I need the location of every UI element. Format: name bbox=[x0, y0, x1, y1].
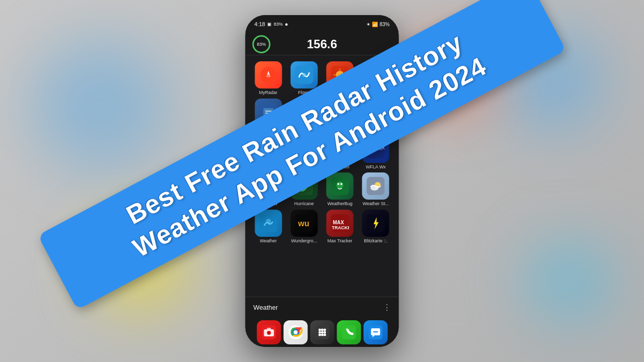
status-bar: 4:18 ▣ 83% ● ✶ 📶 83% bbox=[246, 15, 399, 33]
svg-point-50 bbox=[293, 330, 297, 334]
svg-rect-47 bbox=[267, 328, 271, 330]
app-item-blitzkarte[interactable]: Blitzkarte ::. bbox=[359, 210, 392, 244]
app-label-weatherbug: WeatherBug bbox=[328, 201, 353, 207]
sim-icon: ▣ bbox=[267, 22, 272, 27]
app-item-zoomearth[interactable]: Zoom Earth bbox=[287, 99, 321, 133]
svg-point-53 bbox=[321, 329, 324, 331]
svg-point-5 bbox=[336, 71, 344, 79]
svg-point-3 bbox=[302, 73, 306, 77]
app-icon-unknown bbox=[362, 99, 389, 126]
app-item-weawow[interactable]: Weawow bbox=[252, 172, 285, 207]
app-item-windy[interactable]: Wi... bbox=[323, 99, 357, 133]
app-icon-windy bbox=[327, 99, 354, 126]
app-item-unknown[interactable] bbox=[359, 99, 392, 133]
app-label-wunderground: Wundergro... bbox=[291, 238, 317, 244]
wifi-icon: ✶ bbox=[366, 22, 370, 27]
svg-point-65 bbox=[376, 331, 378, 333]
app-item-accuweather[interactable]: AccuWeather bbox=[323, 61, 357, 96]
app-label-wflawx: WFLA Wx bbox=[366, 164, 386, 170]
app-label-myradar: MyRadar bbox=[259, 90, 278, 96]
svg-point-58 bbox=[318, 334, 321, 336]
svg-point-29 bbox=[337, 182, 344, 189]
score-number: 156.6 bbox=[307, 37, 337, 51]
score-bar: 83% 156.6 bbox=[246, 33, 399, 55]
app-item-readypinellas[interactable]: Ready Pinel... bbox=[252, 99, 285, 133]
svg-point-52 bbox=[318, 329, 321, 331]
app-label-eweather: eWeather H... bbox=[362, 90, 389, 96]
folder-bar: Weather ⋮ bbox=[246, 297, 399, 318]
svg-rect-18 bbox=[372, 108, 380, 116]
svg-text:WX: WX bbox=[378, 145, 385, 150]
dock-messages-icon[interactable] bbox=[363, 320, 387, 344]
app-label-accuweather: AccuWeather bbox=[327, 90, 354, 96]
app-icon-myradar bbox=[255, 61, 282, 88]
app-item-weatherbug[interactable]: WeatherBug bbox=[323, 172, 357, 207]
svg-point-20 bbox=[339, 142, 342, 145]
svg-point-30 bbox=[338, 183, 340, 185]
app-icon-readypinellas bbox=[255, 99, 282, 126]
app-item-flowx[interactable]: Flowx bbox=[287, 61, 321, 96]
phone: 4:18 ▣ 83% ● ✶ 📶 83% 83% 156.6 bbox=[246, 15, 399, 347]
app-icon-skytower bbox=[327, 136, 354, 163]
svg-point-46 bbox=[268, 332, 270, 334]
app-item-wflawx[interactable]: 8 WX WFLA Wx bbox=[359, 136, 392, 170]
signal-icon: 📶 bbox=[372, 22, 378, 27]
app-item-eweather[interactable]: eWeather H... bbox=[359, 61, 392, 96]
app-icon-hurricane bbox=[290, 172, 317, 200]
app-icon-flowx bbox=[290, 61, 317, 88]
svg-point-31 bbox=[341, 183, 343, 185]
svg-point-63 bbox=[373, 331, 375, 333]
dock-apps-icon[interactable] bbox=[310, 320, 334, 344]
app-icon-wunderground: wu bbox=[290, 210, 317, 237]
battery-percent-status: 83% bbox=[274, 22, 283, 27]
app-icon-zoomearth bbox=[290, 99, 317, 126]
dock-phone-icon[interactable] bbox=[337, 320, 361, 344]
svg-point-60 bbox=[324, 334, 326, 336]
svg-point-55 bbox=[318, 331, 321, 334]
app-screen: MyRadar Flowx bbox=[246, 55, 399, 297]
app-icon-wflawx: 8 WX bbox=[362, 136, 389, 163]
app-item-wunderground[interactable]: wu Wundergro... bbox=[287, 210, 321, 244]
app-icon-weatherst bbox=[362, 172, 389, 200]
svg-point-34 bbox=[371, 186, 379, 191]
folder-dots-icon[interactable]: ⋮ bbox=[383, 303, 391, 312]
svg-text:wu: wu bbox=[297, 219, 309, 228]
app-label-maxtracker: Max Tracker bbox=[328, 238, 353, 244]
status-right: ✶ 📶 83% bbox=[366, 22, 389, 27]
app-item-weather[interactable]: Weather bbox=[252, 210, 285, 244]
time-display: 4:18 bbox=[255, 21, 265, 27]
app-icon-weatherbug bbox=[327, 172, 354, 200]
dock-camera-icon[interactable] bbox=[257, 320, 281, 344]
app-icon-accuweather bbox=[327, 61, 354, 88]
app-item-myradar[interactable]: MyRadar bbox=[252, 61, 285, 96]
battery-circle: 83% bbox=[253, 35, 271, 53]
bg-blob-blue-left bbox=[30, 40, 171, 171]
svg-rect-11 bbox=[263, 108, 273, 116]
svg-point-57 bbox=[324, 331, 326, 334]
svg-text:MAX: MAX bbox=[333, 220, 345, 225]
bg-blob-orange bbox=[413, 40, 493, 111]
app-label-weather: Weather bbox=[260, 238, 277, 244]
folder-label: Weather bbox=[254, 304, 278, 311]
battery-icon: 83% bbox=[379, 22, 389, 27]
svg-point-25 bbox=[265, 180, 272, 188]
bg-blob-cyan bbox=[523, 241, 614, 322]
app-label-windy: Wi... bbox=[336, 127, 345, 133]
svg-point-59 bbox=[321, 334, 324, 336]
app-icon-eweather bbox=[362, 61, 389, 88]
app-label-readypinellas: Ready Pinel... bbox=[254, 127, 282, 133]
app-item-weatherst[interactable]: Weather St... bbox=[359, 172, 392, 207]
app-item-skytower[interactable]: SkyTower bbox=[323, 136, 357, 170]
dock-chrome-icon[interactable] bbox=[283, 320, 307, 344]
notification-dot: ● bbox=[285, 21, 288, 27]
svg-point-1 bbox=[267, 74, 270, 77]
app-item-maxtracker[interactable]: MAX TRACKER Max Tracker bbox=[323, 210, 357, 244]
svg-text:8: 8 bbox=[369, 147, 372, 153]
bg-blob-blue-right bbox=[503, 30, 604, 131]
app-label-weawow: Weawow bbox=[259, 201, 277, 207]
app-item-hurricane[interactable]: Hurricane bbox=[287, 172, 321, 207]
app-icon-blitzkarte bbox=[362, 210, 389, 237]
app-label-zoomearth: Zoom Earth bbox=[292, 127, 316, 133]
app-icon-maxtracker: MAX TRACKER bbox=[327, 210, 354, 237]
app-label-blitzkarte: Blitzkarte ::. bbox=[364, 238, 387, 244]
